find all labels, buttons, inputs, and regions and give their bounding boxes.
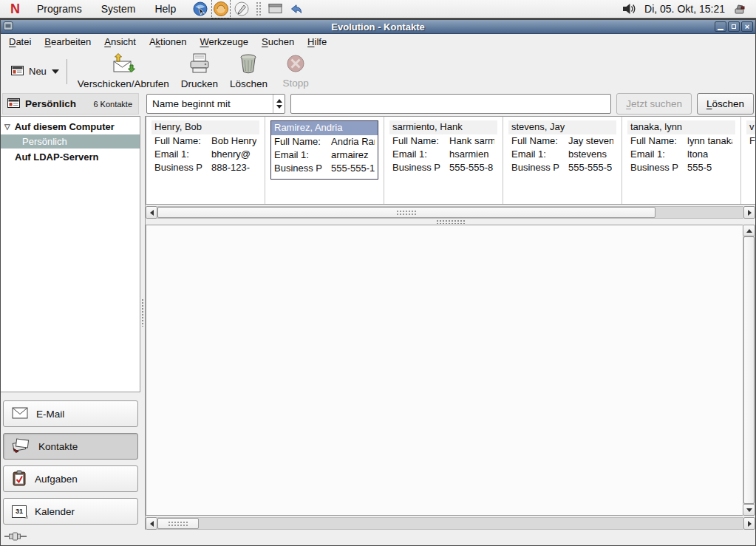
card-column-partial: v Full Name: bbox=[741, 117, 755, 204]
tray-device-icon[interactable] bbox=[731, 0, 749, 18]
search-filter-select[interactable]: Name beginnt mit bbox=[146, 94, 285, 114]
contact-name[interactable]: v bbox=[746, 120, 755, 134]
switcher-calendar-button[interactable]: 31 Kalender bbox=[3, 498, 138, 525]
panel-menu-system[interactable]: System bbox=[92, 0, 146, 18]
switcher-mail-button[interactable]: E-Mail bbox=[3, 400, 138, 427]
menu-aktionen[interactable]: Aktionen bbox=[143, 34, 194, 51]
panel-menu-programs[interactable]: Programs bbox=[27, 0, 92, 18]
tasks-icon bbox=[12, 470, 27, 488]
status-bar bbox=[1, 530, 755, 545]
contact-card[interactable]: v Full Name: bbox=[746, 120, 755, 148]
preview-vertical-scrollbar[interactable] bbox=[743, 225, 755, 516]
web-browser-icon[interactable] bbox=[191, 0, 209, 18]
addressbook-icon bbox=[7, 98, 20, 110]
printer-icon bbox=[188, 52, 211, 77]
search-row: Persönlich 6 Kontakte Name beginnt mit J… bbox=[1, 92, 755, 116]
window-list-icon[interactable] bbox=[267, 0, 285, 18]
evolution-window: Evolution - Kontakte × Datei Bearbeiten … bbox=[0, 19, 756, 546]
contact-card[interactable]: Henry, Bob Full Name:Bob Henry Email 1:b… bbox=[151, 120, 259, 174]
card-column: Henry, Bob Full Name:Bob Henry Email 1:b… bbox=[146, 117, 265, 204]
panel-drag-handle[interactable] bbox=[256, 1, 262, 16]
online-status-plug-icon[interactable] bbox=[4, 532, 28, 543]
titlebar[interactable]: Evolution - Kontakte × bbox=[1, 20, 755, 34]
notes-launcher-icon[interactable] bbox=[233, 0, 251, 18]
contact-card[interactable]: stevens, Jay Full Name:Jay stevens Email… bbox=[508, 120, 616, 174]
contact-name[interactable]: Henry, Bob bbox=[151, 120, 259, 134]
card-column: stevens, Jay Full Name:Jay stevens Email… bbox=[503, 117, 622, 204]
desktop-panel: N Programs System Help bbox=[0, 0, 756, 18]
cards-horizontal-scrollbar[interactable] bbox=[146, 206, 755, 219]
window-title: Evolution - Kontakte bbox=[1, 21, 755, 33]
maximize-button[interactable] bbox=[728, 21, 740, 32]
search-filter-value: Name beginnt mit bbox=[147, 98, 273, 109]
tree-expander-icon[interactable]: ▽ bbox=[4, 123, 10, 131]
card-column: Ramirez, Andria Full Name:Andria Ram Ema… bbox=[265, 117, 384, 204]
card-column: sarmiento, Hank Full Name:Hank sarmi Ema… bbox=[384, 117, 503, 204]
menu-ansicht[interactable]: Ansicht bbox=[98, 34, 143, 51]
contact-preview-pane[interactable] bbox=[146, 225, 743, 516]
tree-item-on-this-computer[interactable]: ▽ Auf diesem Computer bbox=[1, 120, 140, 134]
menu-bearbeiten[interactable]: Bearbeiten bbox=[38, 34, 98, 51]
new-button[interactable]: Neu bbox=[5, 61, 65, 82]
scroll-left-icon[interactable] bbox=[146, 517, 157, 530]
trash-icon bbox=[238, 52, 259, 77]
clear-search-button[interactable]: Löschen bbox=[697, 93, 754, 115]
desktop-screen: N Programs System Help bbox=[0, 0, 756, 546]
launcher-orange-icon[interactable] bbox=[212, 0, 230, 18]
addressbook-title: Persönlich bbox=[25, 98, 76, 109]
search-now-button: Jetzt suchen bbox=[616, 93, 692, 115]
scrollbar-thumb[interactable] bbox=[157, 518, 199, 529]
tree-item-ldap-servers[interactable]: Auf LDAP-Servern bbox=[1, 149, 140, 163]
calendar-icon: 31 bbox=[12, 505, 27, 518]
menu-werkzeuge[interactable]: Werkzeuge bbox=[193, 34, 255, 51]
contact-card-selected[interactable]: Ramirez, Andria Full Name:Andria Ram Ema… bbox=[270, 120, 378, 180]
stop-icon bbox=[285, 53, 306, 76]
scrollbar-thumb[interactable] bbox=[743, 236, 755, 504]
scroll-left-icon[interactable] bbox=[146, 206, 157, 219]
contacts-icon bbox=[12, 437, 30, 455]
combo-spinner-icon[interactable] bbox=[273, 95, 285, 113]
splitter-grip-icon[interactable] bbox=[436, 219, 466, 224]
scrollbar-thumb[interactable] bbox=[157, 207, 655, 218]
volume-icon[interactable] bbox=[621, 0, 638, 18]
minimize-button[interactable] bbox=[715, 21, 726, 32]
panel-clock[interactable]: Di, 05. Okt, 15:21 bbox=[644, 3, 725, 15]
preview-pane-splitter[interactable] bbox=[146, 219, 755, 225]
contact-name[interactable]: stevens, Jay bbox=[508, 120, 616, 134]
scroll-down-icon[interactable] bbox=[743, 504, 755, 516]
toolbar: Neu Verschicken/Abrufen Drucken bbox=[1, 51, 755, 92]
preview-horizontal-scrollbar[interactable] bbox=[146, 517, 755, 530]
menu-hilfe[interactable]: Hilfe bbox=[301, 34, 333, 51]
tree-item-personal[interactable]: Persönlich bbox=[1, 134, 140, 149]
menubar: Datei Bearbeiten Ansicht Aktionen Werkze… bbox=[1, 34, 755, 51]
contact-card[interactable]: tanaka, lynn Full Name:lynn tanaka Email… bbox=[627, 120, 735, 174]
blue-arrow-icon[interactable] bbox=[287, 0, 305, 18]
scroll-right-icon[interactable] bbox=[743, 206, 755, 219]
send-receive-button[interactable]: Verschicken/Abrufen bbox=[72, 50, 175, 92]
menu-suchen[interactable]: Suchen bbox=[255, 34, 301, 51]
new-dropdown-arrow-icon[interactable] bbox=[52, 69, 59, 74]
switcher-tasks-button[interactable]: Aufgaben bbox=[3, 465, 138, 492]
new-contact-icon bbox=[11, 66, 24, 78]
switcher-contacts-button[interactable]: Kontakte bbox=[3, 433, 138, 460]
print-button[interactable]: Drucken bbox=[175, 50, 224, 92]
novell-logo-icon[interactable]: N bbox=[4, 1, 27, 17]
panel-menu-help[interactable]: Help bbox=[145, 0, 185, 18]
sidebar-splitter[interactable] bbox=[140, 116, 146, 530]
contact-name[interactable]: tanaka, lynn bbox=[627, 120, 735, 134]
close-button[interactable]: × bbox=[741, 21, 753, 32]
mail-icon bbox=[12, 407, 28, 421]
scroll-up-icon[interactable] bbox=[743, 225, 755, 236]
scroll-right-icon[interactable] bbox=[743, 517, 755, 530]
splitter-grip-icon[interactable] bbox=[141, 298, 145, 327]
component-switcher: E-Mail Kontakte Aufgaben bbox=[1, 400, 140, 530]
contact-name[interactable]: Ramirez, Andria bbox=[271, 121, 378, 135]
menu-datei[interactable]: Datei bbox=[2, 34, 38, 51]
search-input[interactable] bbox=[290, 94, 611, 114]
folder-tree: ▽ Auf diesem Computer Persönlich Auf LDA… bbox=[1, 116, 140, 392]
delete-button[interactable]: Löschen bbox=[224, 50, 273, 92]
addressbook-header: Persönlich 6 Kontakte bbox=[2, 93, 139, 115]
contact-count: 6 Kontakte bbox=[93, 100, 132, 109]
contact-name[interactable]: sarmiento, Hank bbox=[389, 120, 497, 134]
contact-card[interactable]: sarmiento, Hank Full Name:Hank sarmi Ema… bbox=[389, 120, 497, 174]
